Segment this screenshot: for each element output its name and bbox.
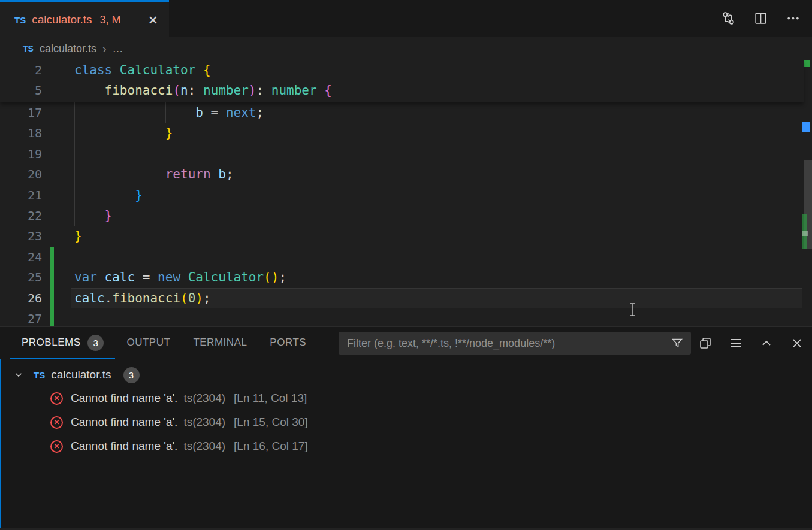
code-line-23[interactable]: 23} bbox=[0, 226, 812, 247]
overview-info-marker bbox=[802, 122, 810, 132]
line-number: 17 bbox=[0, 102, 42, 123]
line-content: } bbox=[74, 123, 173, 144]
problems-view: TS calculator.ts 3 ✕Cannot find name 'a'… bbox=[0, 359, 812, 530]
breadcrumb-separator-icon: › bbox=[102, 42, 107, 56]
breadcrumb-file[interactable]: calculator.ts bbox=[40, 43, 96, 55]
git-added-gutter-bar bbox=[50, 267, 54, 288]
split-editor-icon[interactable] bbox=[752, 10, 769, 27]
code-line-27[interactable]: 27 bbox=[0, 308, 812, 326]
panel-tab-problems[interactable]: PROBLEMS3 bbox=[10, 327, 115, 359]
problems-file-group[interactable]: TS calculator.ts 3 bbox=[1, 364, 812, 386]
problem-message: Cannot find name 'a'. bbox=[71, 440, 177, 453]
problem-message: Cannot find name 'a'. bbox=[71, 392, 177, 405]
line-number: 24 bbox=[0, 247, 42, 267]
indent-guide bbox=[135, 144, 135, 165]
code-line-26[interactable]: 26calc.fibonacci(0); bbox=[0, 288, 812, 309]
git-added-gutter-bar bbox=[50, 247, 54, 268]
indent-guide bbox=[135, 123, 135, 144]
line-content: calc.fibonacci(0); bbox=[74, 288, 211, 309]
panel-tab-label: OUTPUT bbox=[126, 337, 170, 349]
panel-tab-bar: PROBLEMS3OUTPUTTERMINALPORTS bbox=[0, 327, 812, 359]
line-number: 5 bbox=[0, 80, 42, 101]
problem-item[interactable]: ✕Cannot find name 'a'.ts(2304)[Ln 15, Co… bbox=[1, 410, 812, 434]
code-line-25[interactable]: 25var calc = new Calculator(); bbox=[0, 267, 812, 288]
panel-tab-output[interactable]: OUTPUT bbox=[115, 327, 182, 359]
line-number: 22 bbox=[0, 205, 42, 226]
line-number: 2 bbox=[0, 60, 42, 80]
git-added-gutter-bar bbox=[50, 308, 54, 326]
close-panel-icon[interactable] bbox=[789, 335, 805, 351]
indent-guide bbox=[74, 102, 75, 123]
code-line-18[interactable]: 18 } bbox=[0, 123, 812, 144]
collapse-all-icon[interactable] bbox=[728, 335, 744, 351]
tab-title: calculator.ts bbox=[32, 13, 92, 26]
code-editor[interactable]: 17 b = next;18 }1920 return b;21 }22 }23… bbox=[0, 60, 812, 326]
panel-tab-label: PROBLEMS bbox=[22, 337, 80, 349]
indent-guide bbox=[74, 205, 75, 226]
line-number: 21 bbox=[0, 185, 42, 205]
more-actions-icon[interactable] bbox=[784, 10, 801, 27]
editor-tab-bar: TS calculator.ts 3, M ✕ bbox=[0, 0, 812, 37]
indent-guide bbox=[105, 123, 105, 144]
code-line-20[interactable]: 20 return b; bbox=[0, 164, 812, 185]
indent-guide bbox=[74, 123, 75, 144]
panel-tab-label: TERMINAL bbox=[193, 337, 247, 349]
typescript-file-icon: TS bbox=[34, 370, 45, 380]
problems-file-name: calculator.ts bbox=[51, 368, 111, 381]
overview-current-line-band bbox=[802, 231, 808, 236]
problems-file-badge: 3 bbox=[123, 367, 140, 383]
problem-item[interactable]: ✕Cannot find name 'a'.ts(2304)[Ln 11, Co… bbox=[1, 386, 812, 410]
line-number: 20 bbox=[0, 164, 42, 184]
indent-guide bbox=[105, 102, 105, 123]
problem-item[interactable]: ✕Cannot find name 'a'.ts(2304)[Ln 16, Co… bbox=[1, 434, 812, 458]
code-line-2[interactable]: 2class Calculator { bbox=[0, 60, 804, 81]
indent-guide bbox=[165, 102, 166, 123]
error-icon: ✕ bbox=[50, 440, 63, 453]
indent-guide bbox=[74, 185, 75, 206]
bottom-panel: PROBLEMS3OUTPUTTERMINALPORTS bbox=[0, 326, 812, 530]
panel-tab-terminal[interactable]: TERMINAL bbox=[182, 327, 258, 359]
open-changes-icon[interactable] bbox=[720, 10, 736, 27]
close-tab-icon[interactable]: ✕ bbox=[145, 13, 161, 28]
problem-location: [Ln 15, Col 30] bbox=[234, 416, 308, 429]
line-content: class Calculator { bbox=[74, 60, 211, 81]
breadcrumb-symbol-more[interactable]: … bbox=[113, 43, 125, 55]
line-number: 26 bbox=[0, 288, 42, 308]
problems-count-badge: 3 bbox=[87, 335, 104, 351]
typescript-file-icon: TS bbox=[23, 44, 34, 53]
problems-filter-input[interactable] bbox=[339, 337, 663, 350]
problem-location: [Ln 11, Col 13] bbox=[234, 392, 307, 405]
maximize-panel-icon[interactable] bbox=[759, 335, 774, 351]
code-line-5[interactable]: 5 fibonacci(n: number): number { bbox=[0, 80, 804, 101]
indent-guide bbox=[105, 185, 105, 206]
tab-problems-modified-decoration: 3, M bbox=[100, 14, 121, 26]
line-number: 19 bbox=[0, 144, 42, 164]
problems-filter bbox=[339, 332, 691, 355]
filter-funnel-icon[interactable] bbox=[663, 337, 691, 350]
tab-calculator-ts[interactable]: TS calculator.ts 3, M ✕ bbox=[0, 0, 169, 37]
chevron-down-icon[interactable] bbox=[13, 370, 24, 380]
code-line-22[interactable]: 22 } bbox=[0, 205, 812, 226]
indent-guide bbox=[105, 164, 105, 185]
indent-guide bbox=[74, 144, 75, 165]
panel-tab-ports[interactable]: PORTS bbox=[258, 327, 318, 359]
panel-actions bbox=[698, 332, 805, 355]
line-number: 25 bbox=[0, 267, 42, 287]
problem-source: ts(2304) bbox=[183, 440, 225, 453]
line-content: } bbox=[74, 185, 143, 206]
indent-guide bbox=[74, 164, 75, 185]
code-line-17[interactable]: 17 b = next; bbox=[0, 102, 812, 123]
code-line-24[interactable]: 24 bbox=[0, 247, 812, 268]
error-icon: ✕ bbox=[50, 392, 63, 405]
problems-list: ✕Cannot find name 'a'.ts(2304)[Ln 11, Co… bbox=[1, 386, 812, 458]
vscode-window: TS calculator.ts 3, M ✕ bbox=[0, 0, 812, 530]
problem-source: ts(2304) bbox=[183, 392, 225, 405]
indent-guide bbox=[105, 144, 105, 165]
code-line-19[interactable]: 19 bbox=[0, 144, 812, 165]
view-as-table-icon[interactable] bbox=[698, 335, 713, 351]
breadcrumb: TS calculator.ts › … bbox=[0, 37, 812, 60]
line-content: } bbox=[74, 205, 112, 226]
code-line-21[interactable]: 21 } bbox=[0, 185, 812, 206]
line-content: b = next; bbox=[74, 102, 264, 123]
problem-source: ts(2304) bbox=[183, 416, 225, 429]
